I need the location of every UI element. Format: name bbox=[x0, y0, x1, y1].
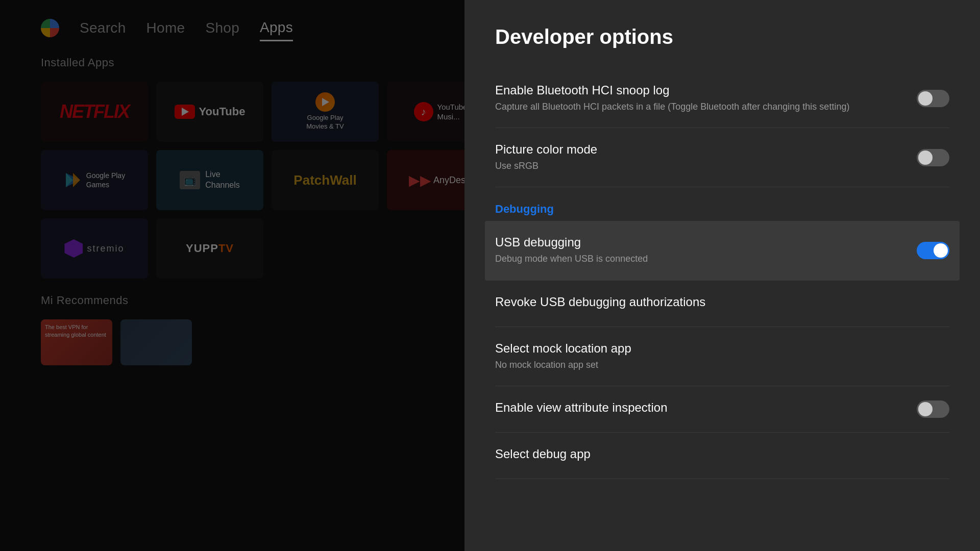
anydesk-icon: ▶▶ bbox=[411, 171, 429, 189]
anydesk-arrow-icon: ▶▶ bbox=[409, 172, 431, 189]
option-usb-debugging-text: USB debugging Debug mode when USB is con… bbox=[495, 235, 917, 265]
picture-color-toggle-knob bbox=[918, 151, 933, 165]
bluetooth-hci-toggle-knob bbox=[918, 91, 933, 106]
option-mock-location-desc: No mock location app set bbox=[495, 359, 949, 371]
nav-item-search[interactable]: Search bbox=[80, 16, 126, 40]
live-channels-logo: 📺 LiveChannels bbox=[180, 169, 240, 191]
app-tile-netflix[interactable]: NETFLIX bbox=[41, 82, 148, 142]
option-bluetooth-hci-desc: Capture all Bluetooth HCI packets in a f… bbox=[495, 101, 901, 113]
mi-apps-row: The best VPN for streaming global conten… bbox=[41, 319, 424, 365]
yt-music-icon: ♪ bbox=[414, 102, 433, 121]
anydesk-text: AnyDesk bbox=[433, 175, 464, 186]
usb-debugging-toggle[interactable] bbox=[917, 242, 949, 259]
yt-music-note-icon: ♪ bbox=[421, 106, 426, 118]
stremio-icon bbox=[64, 239, 83, 258]
picture-color-toggle[interactable] bbox=[917, 149, 949, 166]
app-tile-gplay-movies[interactable]: Google PlayMovies & TV bbox=[272, 82, 379, 142]
stremio-text: stremio bbox=[87, 243, 124, 254]
mi-tile-2[interactable] bbox=[120, 319, 192, 365]
apps-grid: NETFLIX YouTube Google PlayMovies & TV bbox=[41, 82, 424, 279]
gplay-games-logo: Google PlayGames bbox=[64, 171, 125, 189]
app-tile-patchwall[interactable]: PatchWall bbox=[272, 150, 379, 210]
gplay-movies-logo: Google PlayMovies & TV bbox=[306, 92, 344, 131]
google-logo-icon bbox=[41, 19, 59, 37]
app-tile-gplay-games[interactable]: Google PlayGames bbox=[41, 150, 148, 210]
nav-item-shop[interactable]: Shop bbox=[205, 16, 239, 40]
developer-options-title: Developer options bbox=[495, 26, 949, 48]
app-tile-yt-music[interactable]: ♪ YouTubeMusi... bbox=[387, 82, 464, 142]
app-tile-yupptv[interactable]: YUPPTV bbox=[156, 218, 263, 279]
option-view-attribute-label: Enable view attribute inspection bbox=[495, 400, 901, 415]
mi-tile-vpn-text: The best VPN for streaming global conten… bbox=[41, 319, 112, 343]
yt-music-text: YouTubeMusi... bbox=[437, 102, 464, 122]
nav-bar: Search Home Shop Apps bbox=[0, 0, 464, 56]
youtube-logo: YouTube bbox=[175, 105, 246, 119]
nav-item-home[interactable]: Home bbox=[146, 16, 185, 40]
patchwall-text: PatchWall bbox=[293, 172, 356, 188]
mi-recommends-section: Mi Recommends The best VPN for streaming… bbox=[41, 294, 424, 365]
stremio-logo: stremio bbox=[64, 239, 124, 258]
option-debug-app-label: Select debug app bbox=[495, 447, 949, 461]
option-mock-location-label: Select mock location app bbox=[495, 341, 949, 356]
left-panel: Search Home Shop Apps Installed Apps NET… bbox=[0, 0, 464, 551]
app-tile-live-channels[interactable]: 📺 LiveChannels bbox=[156, 150, 263, 210]
app-tile-youtube[interactable]: YouTube bbox=[156, 82, 263, 142]
youtube-icon bbox=[175, 105, 195, 119]
debugging-section-header: Debugging bbox=[495, 187, 949, 221]
nav-item-apps[interactable]: Apps bbox=[260, 15, 293, 41]
svg-marker-2 bbox=[73, 173, 80, 187]
gplay-games-icon bbox=[64, 171, 82, 189]
option-picture-color-label: Picture color mode bbox=[495, 142, 901, 157]
bluetooth-hci-toggle[interactable] bbox=[917, 90, 949, 107]
netflix-logo: NETFLIX bbox=[60, 101, 129, 122]
option-usb-debugging-label: USB debugging bbox=[495, 235, 901, 249]
yupptv-logo: YUPPTV bbox=[186, 242, 234, 255]
live-channels-text: LiveChannels bbox=[205, 169, 240, 191]
view-attribute-toggle-knob bbox=[918, 402, 933, 416]
app-tile-stremio[interactable]: stremio bbox=[41, 218, 148, 279]
option-usb-debugging-desc: Debug mode when USB is connected bbox=[495, 253, 901, 265]
gplay-movies-text: Google PlayMovies & TV bbox=[306, 114, 344, 131]
option-picture-color[interactable]: Picture color mode Use sRGB bbox=[495, 128, 949, 187]
option-bluetooth-hci-label: Enable Bluetooth HCI snoop log bbox=[495, 83, 901, 97]
usb-debugging-toggle-knob bbox=[934, 243, 948, 258]
anydesk-logo: ▶▶ AnyDesk bbox=[411, 171, 464, 189]
option-revoke-usb-label: Revoke USB debugging authorizations bbox=[495, 295, 949, 309]
option-debug-app[interactable]: Select debug app bbox=[495, 433, 949, 479]
option-usb-debugging[interactable]: USB debugging Debug mode when USB is con… bbox=[485, 221, 960, 280]
option-revoke-usb[interactable]: Revoke USB debugging authorizations bbox=[495, 281, 949, 327]
mi-tile-vpn[interactable]: The best VPN for streaming global conten… bbox=[41, 319, 112, 365]
right-panel: Developer options Enable Bluetooth HCI s… bbox=[464, 0, 980, 551]
content-area: Installed Apps NETFLIX YouTube bbox=[0, 56, 464, 365]
app-tile-anydesk[interactable]: ▶▶ AnyDesk bbox=[387, 150, 464, 210]
installed-apps-title: Installed Apps bbox=[41, 56, 424, 69]
option-bluetooth-hci[interactable]: Enable Bluetooth HCI snoop log Capture a… bbox=[495, 69, 949, 128]
option-mock-location[interactable]: Select mock location app No mock locatio… bbox=[495, 327, 949, 386]
gplay-games-text: Google PlayGames bbox=[86, 171, 125, 189]
option-view-attribute-text: Enable view attribute inspection bbox=[495, 400, 917, 418]
yupptv-text: YUPPTV bbox=[186, 242, 234, 255]
gplay-movies-play-icon bbox=[322, 98, 329, 106]
gplay-movies-icon bbox=[315, 92, 335, 112]
option-view-attribute[interactable]: Enable view attribute inspection bbox=[495, 386, 949, 433]
youtube-play-icon bbox=[182, 108, 189, 116]
mi-recommends-title: Mi Recommends bbox=[41, 294, 424, 307]
youtube-text: YouTube bbox=[199, 105, 246, 118]
yt-music-logo: ♪ YouTubeMusi... bbox=[414, 102, 464, 122]
live-channels-icon: 📺 bbox=[180, 171, 200, 189]
view-attribute-toggle[interactable] bbox=[917, 400, 949, 418]
option-picture-color-desc: Use sRGB bbox=[495, 160, 901, 172]
option-picture-color-text: Picture color mode Use sRGB bbox=[495, 142, 917, 172]
option-bluetooth-hci-text: Enable Bluetooth HCI snoop log Capture a… bbox=[495, 83, 917, 113]
